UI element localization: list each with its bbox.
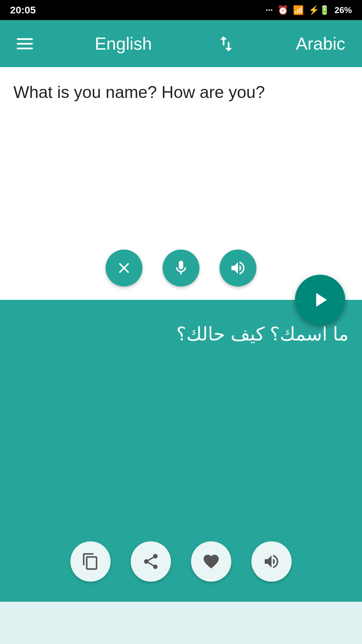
toolbar: English Arabic (0, 20, 362, 67)
source-language[interactable]: English (95, 34, 152, 54)
favorite-button[interactable] (191, 541, 231, 582)
battery-percent: 26% (335, 5, 352, 15)
status-bar: 20:05 ··· ⏰ 📶 ⚡🔋 26% (0, 0, 362, 20)
target-language[interactable]: Arabic (296, 34, 345, 54)
swap-languages-button[interactable] (212, 34, 236, 54)
source-text-input[interactable] (13, 80, 349, 241)
status-icons: ··· ⏰ 📶 ⚡🔋 26% (265, 5, 352, 15)
input-action-buttons (13, 243, 349, 290)
microphone-button[interactable] (163, 250, 199, 286)
translated-text: ما اسمك؟ كيف حالك؟ (13, 320, 349, 348)
input-area (0, 67, 362, 300)
alarm-icon: ⏰ (278, 5, 288, 15)
speak-input-button[interactable] (220, 250, 256, 286)
clear-button[interactable] (106, 250, 142, 286)
battery-icon: ⚡🔋 (308, 5, 330, 15)
copy-button[interactable] (70, 541, 111, 582)
output-area: ما اسمك؟ كيف حالك؟ (0, 300, 362, 602)
speak-output-button[interactable] (251, 541, 292, 582)
sim-icon: 📶 (293, 5, 304, 15)
content-wrapper: ما اسمك؟ كيف حالك؟ (0, 67, 362, 602)
translate-button[interactable] (295, 275, 345, 325)
share-button[interactable] (131, 541, 171, 582)
menu-button[interactable] (17, 38, 33, 49)
dots-icon: ··· (265, 5, 273, 15)
output-action-buttons (0, 541, 362, 582)
status-time: 20:05 (10, 4, 36, 16)
